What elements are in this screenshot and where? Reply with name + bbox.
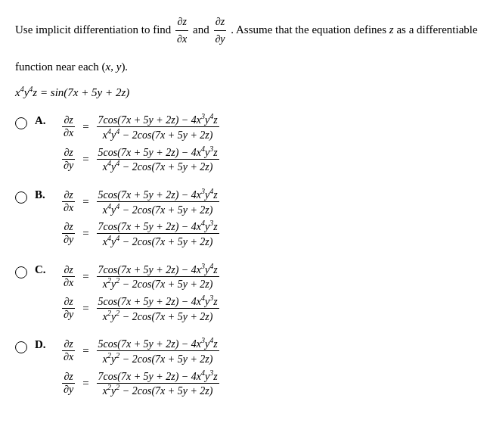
partial-dzdx-a: ∂z ∂x	[62, 114, 75, 139]
option-d-row[interactable]: D. ∂z ∂x = 5cos(7x + 5y + 2z) − 4x3y4z x…	[15, 337, 478, 398]
option-b-row[interactable]: B. ∂z ∂x = 5cos(7x + 5y + 2z) − 4x3y4z x…	[15, 187, 478, 248]
partial-dz-dy-header: ∂z ∂y	[213, 14, 226, 48]
option-c-label: C.	[35, 263, 50, 276]
main-equation: x4y4z = sin(7x + 5y + 2z)	[15, 85, 478, 99]
option-b-dzdy: ∂z ∂y = 7cos(7x + 5y + 2z) − 4x4y3z x4y4…	[60, 219, 221, 248]
frac-c-dzdx: 7cos(7x + 5y + 2z) − 4x3y4z x2y2 − 2cos(…	[97, 262, 219, 291]
option-c-dzdy: ∂z ∂y = 5cos(7x + 5y + 2z) − 4x4y3z x2y2…	[60, 294, 221, 322]
option-c-content: ∂z ∂x = 7cos(7x + 5y + 2z) − 4x3y4z x2y2…	[60, 262, 221, 323]
option-c-row[interactable]: C. ∂z ∂x = 7cos(7x + 5y + 2z) − 4x3y4z x…	[15, 262, 478, 323]
answer-options: A. ∂z ∂x = 7cos(7x + 5y + 2z) − 4x3y4z x…	[15, 113, 478, 398]
option-b-label: B.	[35, 188, 50, 201]
frac-b-dzdy: 7cos(7x + 5y + 2z) − 4x4y3z x4y4 − 2cos(…	[97, 219, 219, 248]
option-a-row[interactable]: A. ∂z ∂x = 7cos(7x + 5y + 2z) − 4x3y4z x…	[15, 113, 478, 174]
radio-a[interactable]	[15, 117, 27, 129]
period-text: . Assume that the equation defines z as …	[231, 23, 477, 36]
partial-dzdx-d: ∂z ∂x	[62, 338, 75, 363]
frac-c-dzdy: 5cos(7x + 5y + 2z) − 4x4y3z x2y2 − 2cos(…	[97, 294, 219, 322]
partial-dzdy-b: ∂z ∂y	[62, 221, 75, 246]
option-a-dzdx: ∂z ∂x = 7cos(7x + 5y + 2z) − 4x3y4z x4y4…	[60, 113, 221, 142]
option-a-label: A.	[35, 114, 50, 127]
frac-b-dzdx: 5cos(7x + 5y + 2z) − 4x3y4z x4y4 − 2cos(…	[97, 187, 219, 216]
radio-c[interactable]	[15, 266, 27, 278]
option-b-content: ∂z ∂x = 5cos(7x + 5y + 2z) − 4x3y4z x4y4…	[60, 187, 221, 248]
option-d-label: D.	[35, 338, 50, 351]
partial-dzdy-a: ∂z ∂y	[62, 147, 75, 172]
partial-dzdy-d: ∂z ∂y	[62, 371, 75, 396]
option-a-dzdy: ∂z ∂y = 5cos(7x + 5y + 2z) − 4x4y3z x4y4…	[60, 145, 221, 173]
intro-text: Use implicit differentiation to find	[15, 23, 171, 36]
partial-dzdx-c: ∂z ∂x	[62, 264, 75, 289]
option-b-dzdx: ∂z ∂x = 5cos(7x + 5y + 2z) − 4x3y4z x4y4…	[60, 187, 221, 216]
problem-statement: Use implicit differentiation to find ∂z …	[15, 14, 478, 48]
option-c-dzdx: ∂z ∂x = 7cos(7x + 5y + 2z) − 4x3y4z x2y2…	[60, 262, 221, 291]
option-d-dzdy: ∂z ∂y = 7cos(7x + 5y + 2z) − 4x4y3z x2y2…	[60, 369, 221, 397]
partial-dzdx-b: ∂z ∂x	[62, 189, 75, 214]
partial-dz-dx-header: ∂z ∂x	[175, 14, 188, 48]
function-near-text: function near each (x, y).	[15, 58, 478, 76]
frac-d-dzdy: 7cos(7x + 5y + 2z) − 4x4y3z x2y2 − 2cos(…	[97, 369, 219, 397]
frac-a-dzdy: 5cos(7x + 5y + 2z) − 4x4y3z x4y4 − 2cos(…	[97, 145, 219, 173]
partial-dzdy-c: ∂z ∂y	[62, 296, 75, 321]
option-d-content: ∂z ∂x = 5cos(7x + 5y + 2z) − 4x3y4z x2y2…	[60, 337, 221, 398]
option-d-dzdx: ∂z ∂x = 5cos(7x + 5y + 2z) − 4x3y4z x2y2…	[60, 337, 221, 366]
and-text: and	[193, 23, 212, 36]
radio-d[interactable]	[15, 341, 27, 353]
radio-b[interactable]	[15, 191, 27, 204]
frac-d-dzdx: 5cos(7x + 5y + 2z) − 4x3y4z x2y2 − 2cos(…	[97, 337, 219, 366]
option-a-content: ∂z ∂x = 7cos(7x + 5y + 2z) − 4x3y4z x4y4…	[60, 113, 221, 174]
frac-a-dzdx: 7cos(7x + 5y + 2z) − 4x3y4z x4y4 − 2cos(…	[97, 113, 219, 142]
